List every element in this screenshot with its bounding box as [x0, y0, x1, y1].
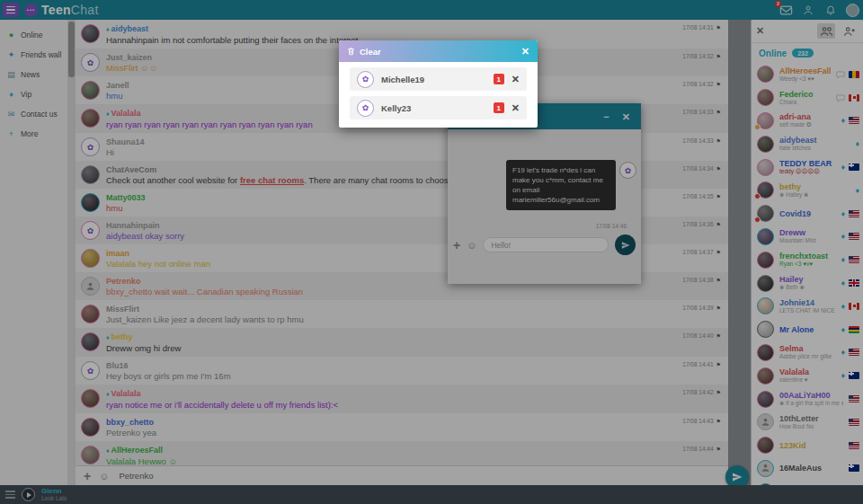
- teen-chat-app: ••• TeenChat 2 ●Online✦Friends wall▤News…: [0, 0, 863, 504]
- remove-conversation-icon[interactable]: ✕: [512, 102, 520, 114]
- conversation-user-name: Michelle19: [381, 75, 486, 84]
- conversation-row[interactable]: ✿Kelly231✕: [350, 96, 527, 119]
- avatar[interactable]: ✿: [357, 100, 374, 117]
- dialog-title: Clear: [360, 47, 381, 57]
- clear-dialog-header: Clear ✕: [339, 40, 538, 62]
- conversation-row[interactable]: ✿Michelle191✕: [350, 67, 527, 91]
- conversation-user-name: Kelly23: [381, 103, 486, 113]
- close-icon[interactable]: ✕: [521, 46, 529, 57]
- default-avatar-icon: ✿: [362, 103, 369, 112]
- default-avatar-icon: ✿: [362, 75, 369, 84]
- unread-count-badge: 1: [494, 74, 504, 84]
- unread-count-badge: 1: [494, 102, 504, 113]
- remove-conversation-icon[interactable]: ✕: [512, 74, 520, 85]
- trash-icon: [347, 47, 355, 56]
- clear-dialog: Clear ✕ ✿Michelle191✕✿Kelly231✕: [339, 40, 538, 128]
- avatar[interactable]: ✿: [357, 71, 374, 88]
